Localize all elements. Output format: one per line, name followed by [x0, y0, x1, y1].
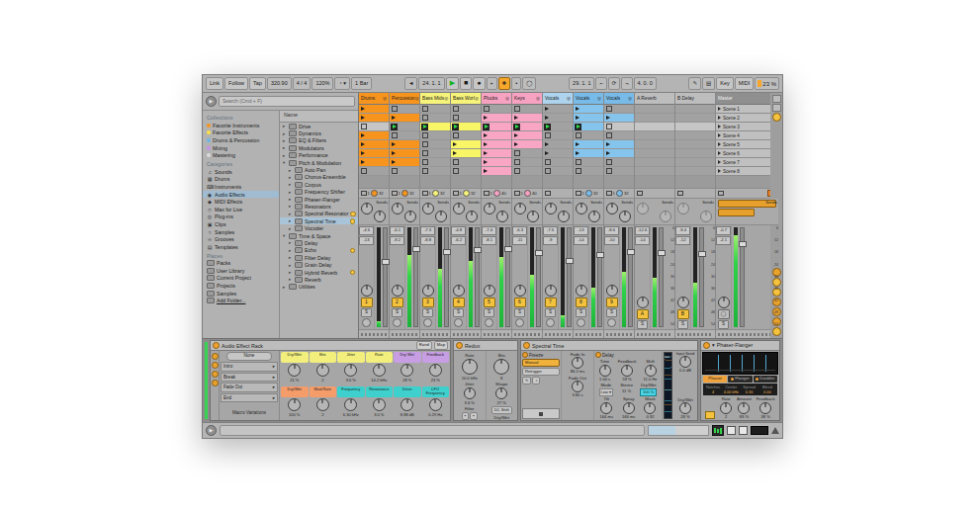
scene-row[interactable]: Scene 33	[716, 123, 778, 131]
clip-slot[interactable]	[635, 123, 674, 131]
solo-button[interactable]: S	[361, 308, 372, 317]
loop-start-field[interactable]: 29. 1. 1	[569, 77, 594, 90]
clip-slot[interactable]	[390, 167, 419, 176]
send-a-knob[interactable]	[453, 203, 465, 214]
input-send-knob[interactable]	[679, 356, 691, 368]
volume-fader-handle[interactable]	[382, 259, 390, 265]
volume-fader-handle[interactable]	[412, 246, 420, 252]
volume-value-box[interactable]: -6.1	[390, 226, 404, 235]
rack-macros-toggle[interactable]	[212, 353, 219, 360]
volume-fader-track[interactable]	[597, 227, 602, 327]
clip-slot[interactable]	[359, 123, 389, 131]
disclosure-arrow-icon[interactable]: ▸	[289, 240, 293, 245]
metronome-button[interactable]: ◔ ▾	[334, 77, 350, 90]
volume-value-box[interactable]: -4.8	[451, 226, 466, 235]
clip-slot[interactable]	[512, 123, 542, 131]
volume-value-box[interactable]: -0.7	[716, 226, 731, 235]
clip-slot[interactable]	[604, 149, 634, 158]
clip-slot[interactable]	[574, 149, 603, 158]
file-item[interactable]: ▸Modulators	[280, 144, 358, 151]
macro-knob[interactable]	[288, 398, 301, 411]
clip-slot[interactable]	[482, 105, 511, 114]
disclosure-arrow-icon[interactable]: ▸	[289, 175, 293, 180]
rack-devices-toggle[interactable]	[212, 371, 219, 378]
volume-value-box[interactable]: -12.6	[635, 226, 650, 235]
scene-play-icon[interactable]	[718, 169, 721, 173]
clip-slot[interactable]	[512, 105, 542, 114]
disclosure-arrow-icon[interactable]: ▸	[289, 204, 293, 209]
file-item[interactable]: ▸Spectral Time	[280, 217, 358, 224]
send-a-knob[interactable]	[545, 203, 557, 214]
solo-button[interactable]: S	[637, 320, 648, 329]
computer-midi-keyboard-button[interactable]: ▤	[702, 77, 715, 90]
rack-chain-row[interactable]: Intro▸	[221, 362, 278, 372]
clip-slot[interactable]	[451, 131, 481, 140]
arrangement-overview[interactable]	[648, 425, 709, 436]
track-header[interactable]: Vocals◎	[604, 93, 634, 105]
clip-slot[interactable]	[675, 105, 715, 114]
track-activator-button[interactable]: 6	[514, 298, 526, 307]
clip-slot[interactable]	[420, 149, 450, 158]
scene-row[interactable]: Scene 11	[716, 105, 778, 114]
sidebar-item-max-for-live[interactable]: ◇Max for Live	[203, 206, 279, 213]
stop-button[interactable]: ■	[460, 77, 472, 90]
send-a-knob[interactable]	[422, 203, 434, 214]
delay-spray-knob[interactable]	[623, 402, 635, 414]
fade-in-knob[interactable]	[572, 357, 583, 369]
clip-slot[interactable]	[482, 158, 511, 167]
place-item[interactable]: Packs	[203, 260, 279, 268]
clip-slot[interactable]	[604, 105, 634, 114]
midi-map-button[interactable]: MIDI	[735, 77, 755, 90]
freeze-manual-button[interactable]: Manual	[522, 359, 560, 367]
spectral-drywet-knob[interactable]	[679, 402, 691, 414]
peak-value-box[interactable]: -13	[359, 236, 374, 245]
clip-slot[interactable]	[604, 140, 634, 149]
scene-play-icon[interactable]	[718, 133, 721, 137]
delay-section-toggle[interactable]	[595, 352, 601, 358]
reenable-automation-button[interactable]: ▪	[511, 77, 521, 90]
macro-knob[interactable]	[344, 398, 357, 411]
volume-value-box[interactable]: -7.5	[543, 226, 558, 235]
sidebar-item-instruments[interactable]: ⌨Instruments	[203, 183, 279, 191]
file-item[interactable]: ▸Phaser-Flanger	[280, 196, 358, 203]
clip-slot[interactable]	[635, 167, 674, 176]
clip-slot[interactable]	[451, 149, 481, 158]
crossfade-mini-slider[interactable]	[637, 333, 672, 336]
clip-slot[interactable]	[675, 158, 715, 167]
scene-play-icon[interactable]	[718, 142, 721, 146]
volume-fader-handle[interactable]	[627, 249, 635, 255]
track-activator-button[interactable]: 1	[361, 298, 373, 307]
clip-slot[interactable]	[543, 105, 573, 114]
clip-slot[interactable]	[574, 167, 603, 176]
phaser-notch-display[interactable]	[702, 352, 778, 375]
arm-record-button[interactable]	[577, 318, 585, 327]
clip-slot[interactable]	[675, 123, 715, 131]
volume-fader-track[interactable]	[536, 227, 541, 327]
file-item[interactable]: ▸Corpus	[280, 181, 358, 188]
macro-knob[interactable]	[288, 364, 301, 377]
clip-slot[interactable]	[604, 123, 634, 131]
crossfade-mini-slider[interactable]	[677, 333, 713, 336]
pan-knob[interactable]	[453, 285, 465, 297]
macro-knob[interactable]	[429, 398, 442, 411]
rate-sync-box[interactable]	[705, 411, 715, 419]
clip-slot[interactable]	[390, 105, 419, 114]
send-b-knob[interactable]	[435, 211, 447, 222]
disclosure-arrow-icon[interactable]: ▸	[289, 226, 293, 231]
volume-value-box[interactable]: -4.6	[359, 226, 374, 235]
crossfade-mini-slider[interactable]	[576, 333, 601, 336]
phaser-feedback-knob[interactable]	[759, 402, 771, 414]
track-header[interactable]: Percussion◎	[390, 93, 419, 105]
disclosure-arrow-icon[interactable]: ▸	[283, 131, 287, 136]
file-item[interactable]: ▸Vocoder	[280, 224, 358, 231]
redux-shape-knob[interactable]	[495, 387, 507, 399]
solo-button[interactable]: S	[484, 308, 494, 317]
disclosure-arrow-icon[interactable]: ▸	[283, 153, 287, 158]
solo-button[interactable]: S	[545, 308, 556, 317]
param-value[interactable]: 4	[704, 389, 722, 394]
clip-slot[interactable]	[482, 131, 511, 140]
rack-rand-button[interactable]: Rand	[416, 341, 432, 350]
track-header[interactable]: Bass Mids◎	[420, 93, 450, 105]
track-activator-button[interactable]: 5	[484, 298, 495, 307]
solo-button[interactable]: S	[718, 320, 729, 329]
